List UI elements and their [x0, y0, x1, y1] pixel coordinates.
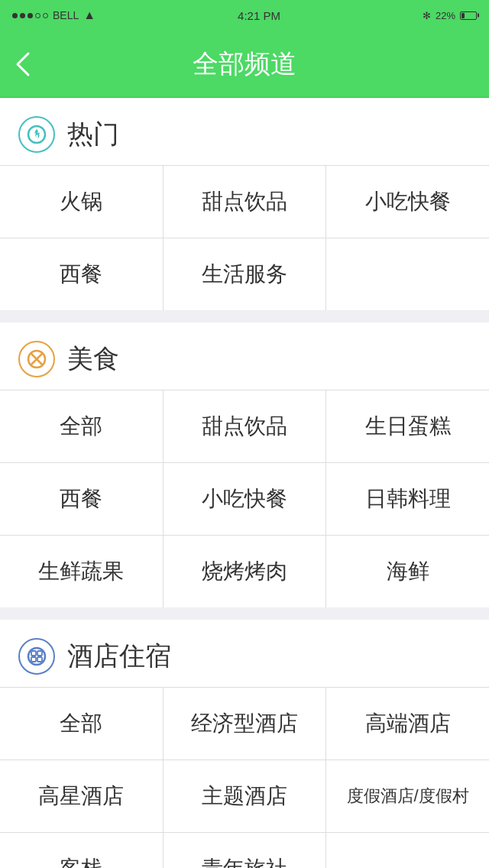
list-item[interactable]: 西餐	[0, 463, 163, 535]
list-item[interactable]: 主题酒店	[164, 760, 326, 832]
list-item[interactable]: 经济型酒店	[164, 688, 326, 760]
section-hot-title: 热门	[67, 117, 119, 152]
section-hot-header: 热门	[0, 98, 489, 165]
list-item[interactable]: 生活服务	[164, 238, 326, 310]
status-time: 4:21 PM	[238, 9, 280, 22]
svg-rect-5	[31, 651, 36, 656]
section-hot: 热门 火锅 甜点饮品 小吃快餐 西餐 生活服务	[0, 98, 489, 310]
wifi-icon: ▲	[83, 8, 96, 22]
hotel-grid: 全部 经济型酒店 高端酒店 高星酒店 主题酒店 度假酒店/度假村 客栈 青年旅社	[0, 687, 489, 868]
list-item-empty	[326, 833, 489, 868]
section-hotel-header: 酒店住宿	[0, 620, 489, 687]
svg-point-4	[28, 648, 45, 665]
battery-percent: 22%	[436, 10, 455, 21]
list-item[interactable]: 高星酒店	[0, 760, 163, 832]
section-hotel: 酒店住宿 全部 经济型酒店 高端酒店 高星酒店 主题酒店 度假酒店/度假村 客栈…	[0, 620, 489, 868]
section-food-title: 美食	[67, 342, 119, 377]
status-bar: BELL ▲ 4:21 PM ✻ 22%	[0, 0, 489, 31]
svg-rect-6	[37, 651, 42, 656]
list-item[interactable]: 火锅	[0, 166, 163, 238]
list-item[interactable]: 西餐	[0, 238, 163, 310]
hot-icon	[18, 116, 55, 153]
list-item[interactable]: 客栈	[0, 833, 163, 868]
nav-bar: 全部频道	[0, 31, 489, 98]
carrier-label: BELL	[53, 9, 79, 21]
content: 热门 火锅 甜点饮品 小吃快餐 西餐 生活服务 美食 全部 甜点饮品	[0, 98, 489, 868]
list-item-empty	[326, 238, 489, 310]
food-icon	[18, 341, 55, 377]
hotel-icon	[18, 638, 55, 675]
bluetooth-icon: ✻	[423, 10, 431, 21]
list-item[interactable]: 日韩料理	[326, 463, 489, 535]
list-item[interactable]: 甜点饮品	[164, 390, 326, 462]
list-item[interactable]: 小吃快餐	[164, 463, 326, 535]
status-left: BELL ▲	[12, 8, 96, 22]
hot-grid: 火锅 甜点饮品 小吃快餐 西餐 生活服务	[0, 165, 489, 310]
section-food: 美食 全部 甜点饮品 生日蛋糕 西餐 小吃快餐 日韩料理 生鲜蔬果 烧烤烤肉 海…	[0, 322, 489, 607]
list-item[interactable]: 青年旅社	[164, 833, 326, 868]
list-item[interactable]: 甜点饮品	[164, 166, 326, 238]
svg-rect-8	[37, 657, 42, 662]
list-item[interactable]: 全部	[0, 390, 163, 462]
signal-dots	[12, 13, 48, 18]
list-item[interactable]: 烧烤烤肉	[164, 536, 326, 607]
list-item[interactable]: 小吃快餐	[326, 166, 489, 238]
list-item[interactable]: 全部	[0, 688, 163, 760]
food-grid: 全部 甜点饮品 生日蛋糕 西餐 小吃快餐 日韩料理 生鲜蔬果 烧烤烤肉 海鲜	[0, 390, 489, 607]
list-item[interactable]: 生鲜蔬果	[0, 536, 163, 607]
list-item[interactable]: 生日蛋糕	[326, 390, 489, 462]
back-button[interactable]	[15, 51, 31, 77]
section-hotel-title: 酒店住宿	[67, 639, 171, 674]
list-item[interactable]: 度假酒店/度假村	[326, 760, 489, 832]
svg-rect-7	[31, 657, 36, 662]
battery-icon	[460, 11, 477, 20]
list-item[interactable]: 海鲜	[326, 536, 489, 607]
status-right: ✻ 22%	[423, 10, 477, 21]
section-food-header: 美食	[0, 322, 489, 390]
list-item[interactable]: 高端酒店	[326, 688, 489, 760]
page-title: 全部频道	[193, 47, 296, 82]
